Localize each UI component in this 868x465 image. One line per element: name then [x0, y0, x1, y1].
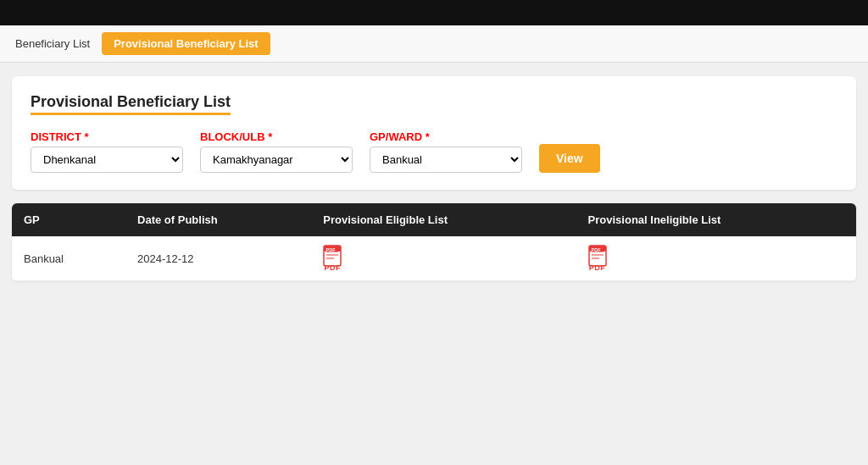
filter-row: DISTRICT * Dhenkanal BLOCK/ULB * Kamakhy…: [31, 130, 837, 173]
col-gp: GP: [12, 203, 125, 236]
gpward-filter-group: GP/WARD * Bankual: [370, 130, 522, 173]
eligible-pdf-link[interactable]: PDF PDF: [323, 245, 342, 272]
block-select[interactable]: Kamakhyanagar: [200, 147, 353, 173]
top-bar: [0, 0, 868, 25]
ineligible-pdf-link[interactable]: PDF PDF: [588, 245, 607, 272]
view-button[interactable]: View: [539, 144, 600, 173]
tab-beneficiary-list[interactable]: Beneficiary List: [12, 36, 93, 52]
ineligible-pdf-label: PDF: [589, 263, 606, 272]
table-body: Bankual 2024-12-12 PDF: [12, 236, 856, 281]
main-content: Provisional Beneficiary List DISTRICT * …: [0, 63, 868, 427]
district-select[interactable]: Dhenkanal: [31, 147, 183, 173]
district-filter-group: DISTRICT * Dhenkanal: [31, 130, 183, 173]
table-header-row: GP Date of Publish Provisional Eligible …: [12, 203, 856, 236]
cell-ineligible-pdf[interactable]: PDF PDF: [576, 236, 856, 281]
col-eligible: Provisional Eligible List: [311, 203, 576, 236]
table-row: Bankual 2024-12-12 PDF: [12, 236, 856, 281]
tab-provisional-beneficiary-list[interactable]: Provisional Beneficiary List: [102, 32, 270, 55]
district-label: DISTRICT *: [31, 130, 183, 143]
cell-date: 2024-12-12: [125, 236, 311, 281]
table-card: GP Date of Publish Provisional Eligible …: [12, 203, 856, 281]
block-filter-group: BLOCK/ULB * Kamakhyanagar: [200, 130, 353, 173]
gpward-select[interactable]: Bankual: [370, 147, 522, 173]
cell-eligible-pdf[interactable]: PDF PDF: [311, 236, 576, 281]
eligible-pdf-label: PDF: [325, 263, 342, 272]
card-title: Provisional Beneficiary List: [31, 93, 231, 115]
cell-gp: Bankual: [12, 236, 125, 281]
gpward-label: GP/WARD *: [370, 130, 522, 143]
col-ineligible: Provisional Ineligible List: [576, 203, 856, 236]
svg-text:PDF: PDF: [591, 247, 601, 252]
nav-tabs: Beneficiary List Provisional Beneficiary…: [0, 25, 868, 63]
col-date: Date of Publish: [125, 203, 311, 236]
svg-text:PDF: PDF: [326, 247, 337, 252]
filter-card: Provisional Beneficiary List DISTRICT * …: [12, 76, 856, 190]
table-header: GP Date of Publish Provisional Eligible …: [12, 203, 856, 236]
data-table: GP Date of Publish Provisional Eligible …: [12, 203, 856, 281]
block-label: BLOCK/ULB *: [200, 130, 353, 143]
